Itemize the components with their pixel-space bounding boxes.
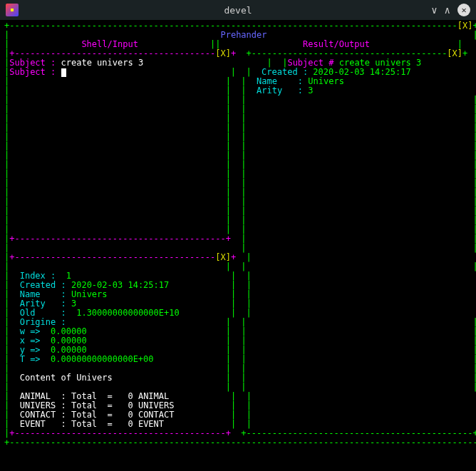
shell-border-top: +---------------------------------------: [9, 48, 215, 58]
result-field-label: Name :: [257, 76, 303, 86]
detail-field-label: Index :: [20, 271, 56, 281]
result-field-value: 3: [303, 86, 476, 95]
coord-value: 0.00000: [41, 326, 226, 336]
app-logo-icon: [6, 4, 19, 16]
detail-field-value: 1: [56, 271, 231, 281]
text-cursor: [61, 68, 66, 77]
detail-field-value: 2020-02-03 14:25:17: [66, 280, 231, 290]
coord-label: y =>: [20, 345, 41, 355]
detail-field-value: 3: [66, 299, 231, 309]
coord-label: w =>: [20, 326, 41, 336]
coord-value: 0.00000: [41, 336, 226, 346]
result-field-label: Arity :: [257, 86, 303, 95]
outer-border-top: +---------------------------------------…: [4, 21, 457, 31]
shell-close-marker[interactable]: [X]: [215, 48, 231, 58]
shell-command: create univers 3: [56, 58, 267, 68]
outer-border-bottom: +---------------------------------------…: [4, 438, 476, 447]
detail-field-label: Name :: [20, 289, 66, 299]
shell-border-bottom: +---------------------------------------…: [9, 234, 231, 244]
coord-value: 0.00000000000000E+00: [41, 354, 226, 364]
content-title: Content of Univers: [20, 373, 113, 383]
prompt-label: Subject :: [9, 67, 56, 77]
detail-field-value: 1.30000000000000E+10: [66, 308, 231, 318]
detail-close-marker[interactable]: [X]: [215, 252, 231, 262]
detail-field-label: Arity :: [20, 299, 66, 309]
minimize-button[interactable]: ∨: [431, 4, 437, 16]
detail-border-bottom: +---------------------------------------…: [9, 428, 231, 438]
detail-field-label: Origine :: [20, 317, 66, 327]
app-title: Prehander: [9, 30, 472, 40]
maximize-button[interactable]: ∧: [445, 4, 450, 16]
shell-title: Shell/Input: [9, 39, 210, 49]
prompt-label: Subject :: [9, 58, 56, 68]
detail-field-label: Created :: [20, 280, 66, 290]
outer-close-marker[interactable]: [X]: [457, 21, 473, 31]
result-prompt-label: Subject #: [287, 58, 333, 68]
coord-label: x =>: [20, 336, 41, 346]
result-field-label: Created :: [262, 67, 308, 77]
result-field-value: Univers: [303, 76, 476, 86]
result-echo: create univers 3: [333, 58, 476, 68]
coord-label: T =>: [20, 354, 41, 364]
result-field-value: 2020-02-03 14:25:17: [308, 67, 476, 77]
window-titlebar: devel ∨ ∧ ✕: [0, 0, 476, 20]
close-window-button[interactable]: ✕: [457, 4, 470, 16]
terminal: +---------------------------------------…: [0, 20, 476, 471]
window-title: devel: [224, 5, 252, 16]
detail-field-value: Univers: [66, 289, 231, 299]
result-close-marker[interactable]: [X]: [447, 48, 462, 58]
coord-value: 0.00000: [41, 345, 226, 355]
detail-field-label: Old :: [20, 308, 66, 318]
result-title: Result/Output: [220, 39, 457, 49]
detail-border-top: +---------------------------------------: [9, 252, 215, 262]
